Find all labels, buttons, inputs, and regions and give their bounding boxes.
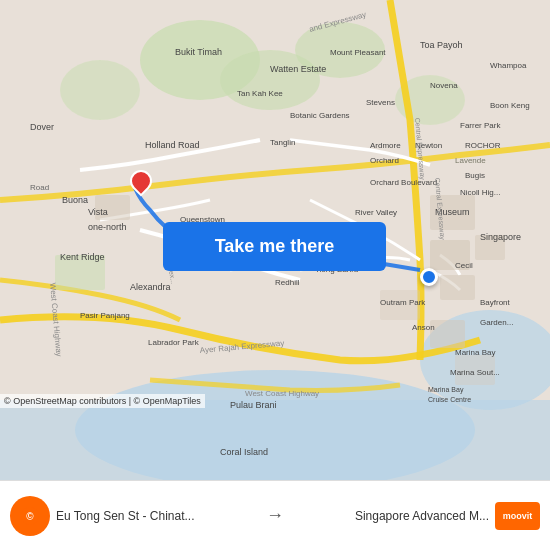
svg-text:Holland Road: Holland Road — [145, 140, 200, 150]
svg-rect-16 — [430, 320, 465, 348]
svg-text:Labrador Park: Labrador Park — [148, 338, 200, 347]
svg-text:Mount Pleasant: Mount Pleasant — [330, 48, 386, 57]
map-attribution: © OpenStreetMap contributors | © OpenMap… — [0, 394, 205, 408]
svg-text:ROCHOR: ROCHOR — [465, 141, 501, 150]
bottom-bar: © Eu Tong Sen St - Chinat... → Singapore… — [0, 480, 550, 550]
origin-section: © Eu Tong Sen St - Chinat... — [10, 496, 258, 536]
origin-marker — [420, 268, 438, 286]
svg-rect-11 — [440, 275, 475, 300]
svg-text:Anson: Anson — [412, 323, 435, 332]
svg-rect-2 — [0, 400, 550, 480]
svg-text:Dover: Dover — [30, 122, 54, 132]
svg-text:Tan Kah Kee: Tan Kah Kee — [237, 89, 283, 98]
destination-section: Singapore Advanced M... moovit — [292, 502, 540, 530]
svg-text:Cruise Centre: Cruise Centre — [428, 396, 471, 403]
svg-text:Marina Sout...: Marina Sout... — [450, 368, 500, 377]
svg-text:Bayfront: Bayfront — [480, 298, 511, 307]
svg-text:Outram Park: Outram Park — [380, 298, 426, 307]
svg-text:©: © — [26, 511, 34, 522]
svg-text:Buona: Buona — [62, 195, 88, 205]
svg-text:Coral Island: Coral Island — [220, 447, 268, 457]
svg-text:Whampoa: Whampoa — [490, 61, 527, 70]
take-me-there-button[interactable]: Take me there — [163, 222, 386, 271]
svg-text:Kent Ridge: Kent Ridge — [60, 252, 105, 262]
moovit-logo: moovit — [495, 502, 540, 530]
svg-text:Orchard: Orchard — [370, 156, 399, 165]
destination-marker — [130, 170, 152, 192]
origin-label: Eu Tong Sen St - Chinat... — [56, 509, 195, 523]
svg-text:Toa Payoh: Toa Payoh — [420, 40, 463, 50]
destination-label: Singapore Advanced M... — [355, 509, 489, 523]
origin-icon: © — [10, 496, 50, 536]
svg-text:Singapore: Singapore — [480, 232, 521, 242]
svg-text:one-north: one-north — [88, 222, 127, 232]
svg-text:West Coast Highway: West Coast Highway — [245, 389, 319, 398]
svg-text:River Valley: River Valley — [355, 208, 397, 217]
svg-text:Cecil: Cecil — [455, 261, 473, 270]
svg-text:Watten Estate: Watten Estate — [270, 64, 326, 74]
svg-text:Botanic Gardens: Botanic Gardens — [290, 111, 350, 120]
svg-text:Bugis: Bugis — [465, 171, 485, 180]
svg-text:Bukit Timah: Bukit Timah — [175, 47, 222, 57]
svg-text:Pasir Panjang: Pasir Panjang — [80, 311, 130, 320]
svg-text:Redhill: Redhill — [275, 278, 300, 287]
svg-text:Ardmore: Ardmore — [370, 141, 401, 150]
svg-text:Stevens: Stevens — [366, 98, 395, 107]
svg-text:Boon Keng: Boon Keng — [490, 101, 530, 110]
arrow-icon: → — [258, 505, 292, 526]
svg-text:Marina Bay: Marina Bay — [455, 348, 495, 357]
svg-text:Nicoll Hig...: Nicoll Hig... — [460, 188, 500, 197]
svg-text:Marina Bay: Marina Bay — [428, 386, 464, 394]
svg-text:Road: Road — [30, 183, 49, 192]
svg-point-7 — [60, 60, 140, 120]
svg-text:Garden...: Garden... — [480, 318, 513, 327]
svg-text:Lavende: Lavende — [455, 156, 486, 165]
svg-text:Tanglin: Tanglin — [270, 138, 295, 147]
svg-text:Alexandra: Alexandra — [130, 282, 171, 292]
svg-text:Farrer Park: Farrer Park — [460, 121, 501, 130]
map-container: Bukit Timah Watten Estate Mount Pleasant… — [0, 0, 550, 480]
svg-text:Novena: Novena — [430, 81, 458, 90]
svg-text:Vista: Vista — [88, 207, 108, 217]
svg-text:Pulau Brani: Pulau Brani — [230, 400, 277, 410]
